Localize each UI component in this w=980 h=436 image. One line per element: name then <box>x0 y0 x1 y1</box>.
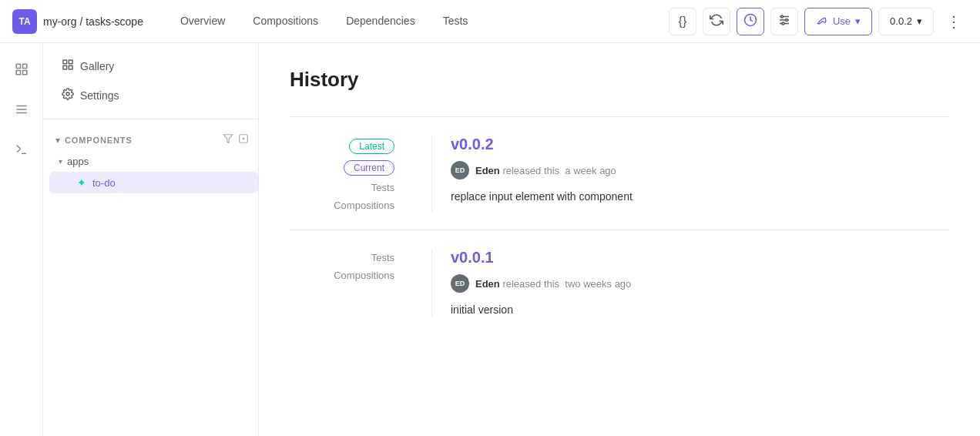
settings-icon <box>777 13 791 30</box>
history-panel: History Latest Current Tests Composition… <box>259 43 980 436</box>
release-text-v002: Eden released this a week ago <box>475 165 616 176</box>
svg-rect-17 <box>63 65 67 69</box>
author-avatar-v001: ED <box>451 274 469 293</box>
grid-icon-btn[interactable] <box>8 55 35 83</box>
svg-point-5 <box>785 18 787 21</box>
compositions-link-v002[interactable]: Compositions <box>334 200 394 211</box>
version-meta-v001: Tests Compositions <box>290 249 413 316</box>
clock-icon-btn[interactable] <box>737 8 764 35</box>
svg-point-4 <box>780 15 783 18</box>
terminal-icon-btn[interactable] <box>8 136 35 163</box>
svg-rect-16 <box>69 60 72 64</box>
settings-label: Settings <box>80 89 119 102</box>
tests-link-v002[interactable]: Tests <box>371 182 394 193</box>
content-area: History Latest Current Tests Composition… <box>259 43 980 436</box>
version-meta-v002: Latest Current Tests Compositions <box>290 136 413 211</box>
layers-icon-btn[interactable] <box>8 96 35 123</box>
gallery-label: Gallery <box>80 60 114 72</box>
author-avatar-v002: ED <box>451 161 469 179</box>
more-icon: ⋮ <box>946 12 962 31</box>
gallery-icon <box>62 59 74 74</box>
apps-chevron-icon: ▾ <box>59 157 62 166</box>
tab-compositions[interactable]: Compositions <box>240 1 331 43</box>
current-badge: Current <box>344 160 394 176</box>
version-divider-v002 <box>431 136 432 211</box>
left-icon-strip <box>0 43 43 436</box>
settings-gear-icon <box>62 88 74 103</box>
components-chevron-icon[interactable]: ▾ <box>55 135 60 146</box>
version-chevron-icon: ▾ <box>917 15 922 27</box>
code-icon: {} <box>679 15 687 29</box>
nav-logo-area: TA my-org / tasks-scope <box>12 9 143 34</box>
release-text-v001: Eden released this two weeks ago <box>475 278 631 290</box>
svg-rect-7 <box>16 64 20 68</box>
top-nav: TA my-org / tasks-scope Overview Composi… <box>0 0 980 43</box>
todo-label: to-do <box>92 177 116 189</box>
sidebar-item-gallery[interactable]: Gallery <box>52 52 249 80</box>
compositions-link-v001[interactable]: Compositions <box>334 270 394 281</box>
main-layout: Gallery Settings ▾ COMPONENTS <box>0 43 980 436</box>
version-divider-v001 <box>431 249 432 316</box>
nav-actions: {} <box>669 8 968 35</box>
apps-group-header[interactable]: ▾ apps <box>49 151 258 172</box>
sidebar-menu: Gallery Settings <box>43 52 258 109</box>
latest-badge: Latest <box>349 139 394 154</box>
version-description-v001: initial version <box>451 304 949 316</box>
version-number-v002: v0.0.2 <box>451 136 949 153</box>
svg-rect-8 <box>22 64 26 68</box>
clock-icon <box>743 13 757 30</box>
settings-icon-btn[interactable] <box>770 8 798 35</box>
svg-point-19 <box>66 92 69 96</box>
version-entry-v002: Latest Current Tests Compositions v0.0.2… <box>290 116 949 230</box>
tests-link-v001[interactable]: Tests <box>371 252 394 263</box>
sidebar: Gallery Settings ▾ COMPONENTS <box>43 43 259 436</box>
sync-icon <box>710 13 723 30</box>
version-label: 0.0.2 <box>890 15 912 27</box>
code-icon-btn[interactable]: {} <box>669 8 696 35</box>
svg-point-6 <box>782 22 784 25</box>
components-header: ▾ COMPONENTS <box>43 129 258 151</box>
todo-item[interactable]: ✦ to-do <box>49 172 258 193</box>
version-entry-v001: Tests Compositions v0.0.1 ED Eden releas… <box>290 230 949 334</box>
todo-component-icon: ✦ <box>77 176 86 189</box>
svg-rect-15 <box>63 60 67 64</box>
sync-icon-btn[interactable] <box>703 8 730 35</box>
components-header-label: COMPONENTS <box>65 136 218 145</box>
release-info-v002: ED Eden released this a week ago <box>451 161 949 179</box>
sidebar-item-settings[interactable]: Settings <box>52 82 249 109</box>
svg-rect-10 <box>22 71 26 75</box>
nav-tabs: Overview Compositions Dependencies Tests <box>168 0 669 42</box>
nav-avatar: TA <box>12 9 37 34</box>
more-menu-button[interactable]: ⋮ <box>940 8 968 35</box>
svg-rect-9 <box>16 71 20 75</box>
history-title: History <box>290 68 949 92</box>
version-details-v001: v0.0.1 ED Eden released this two weeks a… <box>451 249 949 316</box>
version-details-v002: v0.0.2 ED Eden released this a week ago … <box>451 136 949 211</box>
filter-icon[interactable] <box>223 133 233 146</box>
version-button[interactable]: 0.0.2 ▾ <box>878 8 934 35</box>
leaf-icon <box>816 14 828 29</box>
tab-dependencies[interactable]: Dependencies <box>334 1 428 43</box>
add-component-icon[interactable] <box>238 133 249 146</box>
release-info-v001: ED Eden released this two weeks ago <box>451 274 949 293</box>
apps-group-label: apps <box>67 156 89 167</box>
nav-breadcrumb: my-org / tasks-scope <box>43 15 143 28</box>
tab-overview[interactable]: Overview <box>168 1 237 43</box>
tab-tests[interactable]: Tests <box>431 1 481 43</box>
use-label: Use <box>833 15 851 27</box>
version-number-v001: v0.0.1 <box>451 249 949 267</box>
sidebar-divider <box>43 119 258 119</box>
use-chevron-icon: ▾ <box>855 15 861 27</box>
svg-rect-18 <box>69 65 72 69</box>
version-description-v002: replace input element with component <box>451 190 949 203</box>
tree-section: ▾ apps ✦ to-do <box>43 151 258 193</box>
svg-marker-20 <box>223 135 233 143</box>
use-button[interactable]: Use ▾ <box>804 8 872 35</box>
